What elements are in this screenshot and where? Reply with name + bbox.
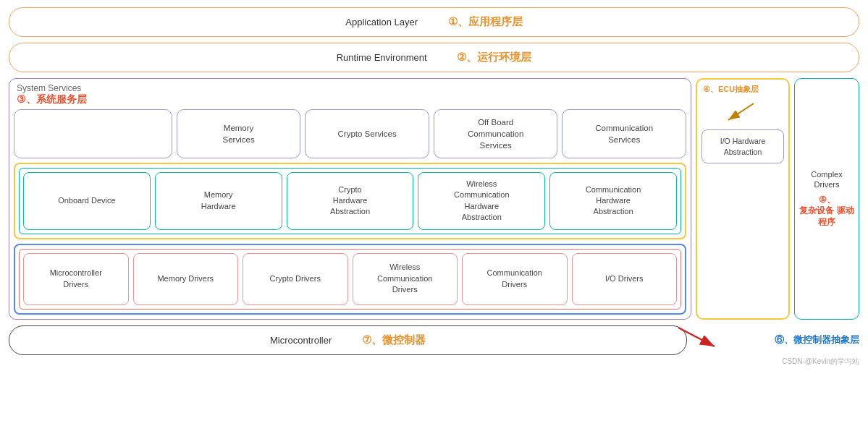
service-box-offboard: Off BoardCommuncationServices xyxy=(434,109,558,158)
system-services-box xyxy=(14,109,172,158)
layers-wrapper: System Services ③、系统服务层 MemoryServices C… xyxy=(9,78,859,320)
application-layer-label: Application Layer ①、应用程序层 xyxy=(345,17,522,27)
complex-drivers-cn: ⑤、复杂设备 驱动程序 xyxy=(799,195,855,229)
microcontroller-cn: ⑦、微控制器 xyxy=(362,333,426,346)
left-section: System Services ③、系统服务层 MemoryServices C… xyxy=(9,78,691,320)
mcu-abstraction-wrapper: ⑥、微控制器抽象层 xyxy=(693,333,859,346)
drivers-wrapper: MicrocontrollerDrivers Memory Drivers Cr… xyxy=(14,244,686,315)
bottom-row: Microcontroller ⑦、微控制器 ⑥、微控制器抽象层 xyxy=(9,325,859,355)
hw-abstraction-wrapper: Onboard Device MemoryHardware CryptoHard… xyxy=(14,163,686,239)
io-hardware-abstraction: I/O HardwareAbstraction xyxy=(701,129,784,163)
hw-wireless: WirelessCommunicationHardwareAbstraction xyxy=(418,172,545,230)
driver-wireless: WirelessCommunicationDrivers xyxy=(353,253,458,305)
driver-microcontroller: MicrocontrollerDrivers xyxy=(23,253,129,305)
runtime-layer-en: Runtime Environment xyxy=(337,52,427,63)
microcontroller-label: Microcontroller ⑦、微控制器 xyxy=(270,335,426,346)
driver-communication: CommunicationDrivers xyxy=(462,253,568,305)
hw-row: Onboard Device MemoryHardware CryptoHard… xyxy=(23,172,677,230)
application-layer: Application Layer ①、应用程序层 xyxy=(9,7,859,37)
hw-onboard: Onboard Device xyxy=(23,172,151,230)
service-box-communication: CommunicationServices xyxy=(562,109,686,158)
driver-crypto: Crypto Drivers xyxy=(243,253,348,305)
mcu-abstraction-label: ⑥、微控制器抽象层 xyxy=(693,333,859,346)
ecu-label: ④、ECU抽象层 xyxy=(697,80,788,99)
svg-line-1 xyxy=(728,103,754,120)
runtime-layer-num: ②、运行环境层 xyxy=(457,51,531,63)
application-layer-en: Application Layer xyxy=(345,17,418,27)
service-box-memory: MemoryServices xyxy=(177,109,301,158)
driver-io: I/O Drivers xyxy=(572,253,678,305)
ecu-arrow xyxy=(697,99,788,127)
system-services-cn: ③、系统服务层 xyxy=(17,93,87,105)
driver-memory: Memory Drivers xyxy=(133,253,239,305)
hw-communication: CommunicationHardwareAbstraction xyxy=(549,172,677,230)
application-layer-num: ①、应用程序层 xyxy=(448,15,523,27)
services-row: MemoryServices Crypto Services Off Board… xyxy=(14,109,686,158)
complex-drivers-section: Complex Drivers ⑤、复杂设备 驱动程序 xyxy=(794,78,859,320)
complex-drivers-en: Complex Drivers xyxy=(799,169,855,190)
service-box-crypto: Crypto Services xyxy=(305,109,429,158)
ecu-section: ④、ECU抽象层 I/O HardwareAbstraction xyxy=(696,78,790,320)
hw-memory: MemoryHardware xyxy=(155,172,282,230)
microcontroller-layer: Microcontroller ⑦、微控制器 xyxy=(9,325,687,355)
drivers-row: MicrocontrollerDrivers Memory Drivers Cr… xyxy=(23,253,677,305)
drivers-inner: MicrocontrollerDrivers Memory Drivers Cr… xyxy=(19,249,681,310)
hw-abstraction-inner: Onboard Device MemoryHardware CryptoHard… xyxy=(19,168,681,234)
runtime-layer-label: Runtime Environment ②、运行环境层 xyxy=(337,52,532,63)
runtime-layer: Runtime Environment ②、运行环境层 xyxy=(9,43,859,72)
main-container: Application Layer ①、应用程序层 Runtime Enviro… xyxy=(0,0,868,374)
system-services-label: System Services ③、系统服务层 xyxy=(14,83,686,106)
watermark: CSDN-@Kevin的学习站 xyxy=(9,357,859,367)
hw-crypto: CryptoHardwareAbstraction xyxy=(287,172,414,230)
